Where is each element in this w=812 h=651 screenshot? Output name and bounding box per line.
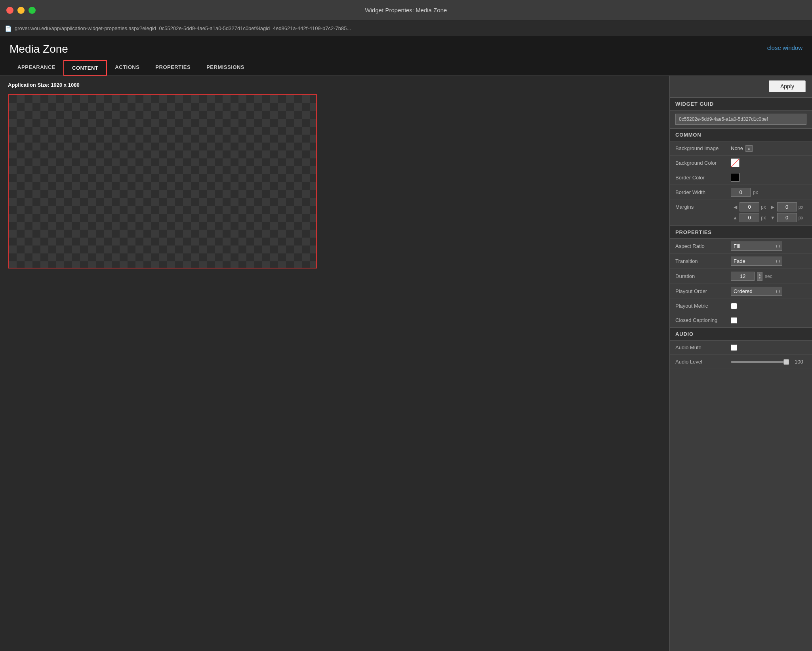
main-panel: Application Size: 1920 x 1080 <box>0 76 669 651</box>
audio-level-label: Audio Level <box>675 359 731 365</box>
border-color-row: Border Color <box>670 170 812 185</box>
aspect-ratio-row: Aspect Ratio Fill Fit Stretch <box>670 239 812 254</box>
margin-left-arrow: ◀ <box>732 204 738 210</box>
margin-left-input[interactable] <box>740 202 759 211</box>
playout-order-select[interactable]: Ordered Random Sequential <box>731 287 782 296</box>
margin-bottom-unit: px <box>799 215 804 221</box>
duration-unit: sec <box>765 274 772 279</box>
closed-captioning-value <box>731 317 806 324</box>
audio-level-value: 100 <box>731 359 806 365</box>
background-color-value <box>731 158 806 167</box>
border-width-unit: px <box>753 190 758 195</box>
margin-left-unit: px <box>761 204 766 210</box>
traffic-lights <box>6 7 36 14</box>
tab-content[interactable]: CONTENT <box>63 60 107 76</box>
duration-row: Duration ▲ ▼ sec <box>670 269 812 284</box>
transition-row: Transition Fade Cut Slide <box>670 254 812 269</box>
duration-label: Duration <box>675 273 731 279</box>
section-properties: PROPERTIES <box>670 226 812 239</box>
audio-level-thumb[interactable] <box>783 359 789 365</box>
duration-spinner[interactable]: ▲ ▼ <box>757 272 762 281</box>
margin-top-unit: px <box>761 215 766 221</box>
playout-metric-label: Playout Metric <box>675 303 731 309</box>
margin-row-1: Margins ◀ px ▶ px <box>675 202 806 211</box>
background-color-label: Background Color <box>675 160 731 166</box>
close-window-link[interactable]: close window <box>767 43 802 51</box>
margin-right-input[interactable] <box>777 202 797 211</box>
window-title: Widget Properties: Media Zone <box>365 7 447 13</box>
background-color-row: Background Color <box>670 156 812 170</box>
audio-level-slider[interactable] <box>731 361 789 363</box>
apply-button[interactable]: Apply <box>769 80 806 92</box>
app-header: Media Zone close window <box>0 36 812 60</box>
margin-bottom-arrow: ▼ <box>770 215 776 221</box>
audio-mute-row: Audio Mute <box>670 341 812 355</box>
audio-mute-label: Audio Mute <box>675 345 731 350</box>
guid-input[interactable] <box>675 114 806 125</box>
app-size-label: Application Size: 1920 x 1080 <box>8 82 661 88</box>
address-url: grover.wou.edu/app/application-widget-pr… <box>15 25 807 31</box>
right-panel: Apply WIDGET GUID COMMON Background Imag… <box>669 76 812 651</box>
transition-value: Fade Cut Slide <box>731 257 806 266</box>
aspect-ratio-select[interactable]: Fill Fit Stretch <box>731 242 782 251</box>
content-area: Application Size: 1920 x 1080 Apply WIDG… <box>0 76 812 651</box>
maximize-traffic-light[interactable] <box>29 7 36 14</box>
background-color-swatch[interactable] <box>731 158 740 167</box>
duration-input[interactable] <box>731 272 755 281</box>
playout-order-value: Ordered Random Sequential <box>731 287 806 296</box>
border-width-value: px <box>731 188 806 197</box>
margins-section: Margins ◀ px ▶ px ▲ px ▼ px <box>670 200 812 226</box>
page-title: Media Zone <box>10 43 68 60</box>
address-bar: 📄 grover.wou.edu/app/application-widget-… <box>0 21 812 36</box>
page-icon: 📄 <box>5 25 11 32</box>
playout-order-row: Playout Order Ordered Random Sequential <box>670 284 812 299</box>
margin-right-unit: px <box>799 204 804 210</box>
duration-value: ▲ ▼ sec <box>731 272 806 281</box>
background-image-clear[interactable]: x <box>745 145 753 152</box>
margin-bottom-input[interactable] <box>777 213 797 222</box>
closed-captioning-row: Closed Captioning <box>670 313 812 327</box>
close-traffic-light[interactable] <box>6 7 13 14</box>
background-image-value: None x <box>731 145 806 152</box>
background-image-row: Background Image None x <box>670 141 812 156</box>
border-color-swatch[interactable] <box>731 173 740 182</box>
playout-order-label: Playout Order <box>675 288 731 294</box>
aspect-ratio-select-wrapper: Fill Fit Stretch <box>731 242 782 251</box>
background-image-text: None <box>731 145 743 151</box>
playout-metric-row: Playout Metric <box>670 299 812 313</box>
aspect-ratio-label: Aspect Ratio <box>675 243 731 249</box>
margin-top-arrow: ▲ <box>732 215 738 221</box>
section-audio: AUDIO <box>670 327 812 341</box>
tab-permissions[interactable]: PERMISSIONS <box>198 60 252 75</box>
tab-appearance[interactable]: APPEARANCE <box>10 60 63 75</box>
margin-top-input[interactable] <box>740 213 759 222</box>
playout-metric-checkbox[interactable] <box>731 303 737 309</box>
margins-label: Margins <box>675 204 731 210</box>
section-widget-guid: WIDGET GUID <box>670 97 812 110</box>
border-width-input[interactable] <box>731 188 751 197</box>
audio-mute-value <box>731 345 806 351</box>
app-container: Media Zone close window APPEARANCE CONTE… <box>0 36 812 651</box>
apply-row: Apply <box>670 76 812 97</box>
playout-order-select-wrapper: Ordered Random Sequential <box>731 287 782 296</box>
tab-actions[interactable]: ACTIONS <box>107 60 147 75</box>
canvas-area <box>8 94 317 268</box>
audio-level-text: 100 <box>795 359 806 365</box>
minimize-traffic-light[interactable] <box>17 7 25 14</box>
audio-mute-checkbox[interactable] <box>731 345 737 351</box>
guid-row <box>670 110 812 128</box>
closed-captioning-label: Closed Captioning <box>675 317 731 323</box>
border-width-row: Border Width px <box>670 185 812 200</box>
window-chrome: Widget Properties: Media Zone <box>0 0 812 21</box>
aspect-ratio-value: Fill Fit Stretch <box>731 242 806 251</box>
playout-metric-value <box>731 303 806 309</box>
transition-select-wrapper: Fade Cut Slide <box>731 257 782 266</box>
section-common: COMMON <box>670 128 812 141</box>
tab-properties[interactable]: PROPERTIES <box>147 60 198 75</box>
border-color-label: Border Color <box>675 175 731 181</box>
margin-right-arrow: ▶ <box>770 204 776 210</box>
closed-captioning-checkbox[interactable] <box>731 317 737 324</box>
margin-row-2: ▲ px ▼ px <box>675 213 806 222</box>
border-color-value <box>731 173 806 182</box>
transition-select[interactable]: Fade Cut Slide <box>731 257 782 266</box>
